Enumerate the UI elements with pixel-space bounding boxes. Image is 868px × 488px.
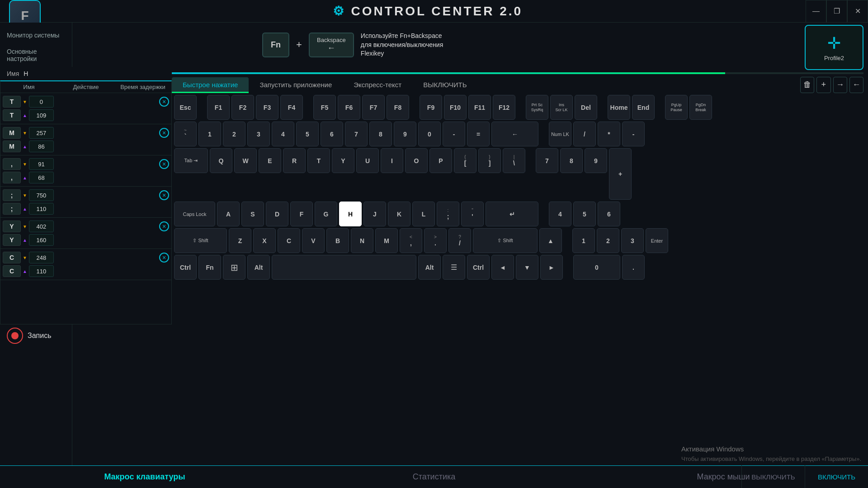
key-tab[interactable]: Tab ⇥ xyxy=(174,148,208,173)
add-button[interactable]: + xyxy=(816,77,830,93)
key-equals[interactable]: = xyxy=(467,122,490,146)
key-f5[interactable]: F5 xyxy=(313,95,336,120)
macro-delete-button[interactable]: × xyxy=(159,253,169,263)
key-win[interactable]: ⊞ xyxy=(223,255,245,280)
macro-delay-value[interactable]: 68 xyxy=(29,172,54,183)
key-0[interactable]: 0 xyxy=(418,122,441,146)
key-f12[interactable]: F12 xyxy=(493,95,515,120)
key-f3[interactable]: F3 xyxy=(256,95,278,120)
tab-disable[interactable]: ВЫКЛЮЧИТЬ xyxy=(412,77,477,92)
key-r[interactable]: R xyxy=(283,148,306,173)
key-q[interactable]: Q xyxy=(210,148,232,173)
macro-key[interactable]: Y xyxy=(3,234,21,246)
key-k[interactable]: K xyxy=(388,202,410,226)
key-x[interactable]: X xyxy=(253,228,276,253)
macro-delete-button[interactable]: × xyxy=(159,97,169,107)
key-f2[interactable]: F2 xyxy=(231,95,254,120)
key-u[interactable]: U xyxy=(356,148,379,173)
key-num-star[interactable]: * xyxy=(598,122,620,146)
key-h[interactable]: H xyxy=(339,202,362,226)
macro-delay-value[interactable]: 402 xyxy=(29,221,54,232)
key-num0[interactable]: 0 xyxy=(573,255,620,280)
key-num8[interactable]: 8 xyxy=(560,148,583,173)
key-f9[interactable]: F9 xyxy=(420,95,442,120)
key-up[interactable]: ▲ xyxy=(539,228,562,253)
key-5[interactable]: 5 xyxy=(296,122,319,146)
profile-box[interactable]: ✛ Profile2 xyxy=(805,25,863,70)
macro-key[interactable]: , xyxy=(3,172,21,183)
key-j[interactable]: J xyxy=(363,202,386,226)
macro-delete-button[interactable]: × xyxy=(159,221,169,231)
key-scrlk[interactable]: InsScr LK xyxy=(550,95,573,120)
export-button[interactable]: → xyxy=(833,77,847,93)
key-e[interactable]: E xyxy=(259,148,281,173)
key-m[interactable]: M xyxy=(375,228,398,253)
record-button[interactable]: Запись xyxy=(7,328,52,344)
macro-key[interactable]: C xyxy=(3,265,21,277)
key-period[interactable]: >. xyxy=(424,228,447,253)
key-4[interactable]: 4 xyxy=(272,122,294,146)
sidebar-item-monitor[interactable]: Монитор системы xyxy=(0,27,72,43)
key-backtick[interactable]: ~` xyxy=(174,122,197,146)
key-a[interactable]: A xyxy=(217,202,240,226)
key-i[interactable]: I xyxy=(381,148,403,173)
tab-launch-app[interactable]: Запустить приложение xyxy=(249,77,343,92)
key-p[interactable]: P xyxy=(429,148,452,173)
key-pgdn[interactable]: PgDnBreak xyxy=(689,95,712,120)
key-l[interactable]: L xyxy=(412,202,435,226)
minimize-button[interactable]: — xyxy=(806,0,826,23)
key-6[interactable]: 6 xyxy=(321,122,343,146)
key-rbracket[interactable]: }] xyxy=(478,148,501,173)
macro-delay-value[interactable]: 86 xyxy=(29,141,54,152)
key-lalt[interactable]: Alt xyxy=(247,255,270,280)
key-b[interactable]: B xyxy=(326,228,349,253)
key-f11[interactable]: F11 xyxy=(468,95,491,120)
macro-delay-value[interactable]: 750 xyxy=(29,189,54,201)
macro-delay-value[interactable]: 257 xyxy=(29,127,54,139)
key-enter[interactable]: ↵ xyxy=(486,202,538,226)
key-del[interactable]: Del xyxy=(575,95,597,120)
key-end[interactable]: End xyxy=(632,95,655,120)
key-f4[interactable]: F4 xyxy=(280,95,303,120)
macro-delay-value[interactable]: 160 xyxy=(29,234,54,246)
key-minus[interactable]: - xyxy=(443,122,465,146)
key-num-enter[interactable]: Enter xyxy=(646,228,668,253)
key-lshift[interactable]: ⇧ Shift xyxy=(174,228,227,253)
key-rshift[interactable]: ⇧ Shift xyxy=(473,228,538,253)
key-num5[interactable]: 5 xyxy=(573,202,596,226)
macro-delay-value[interactable]: 248 xyxy=(29,252,54,263)
key-esc[interactable]: Esc xyxy=(174,95,197,120)
macro-delay-value[interactable]: 110 xyxy=(29,265,54,277)
macro-delay-value[interactable]: 91 xyxy=(29,158,54,170)
macro-key[interactable]: T xyxy=(3,96,21,108)
key-num1[interactable]: 1 xyxy=(572,228,595,253)
key-lctrl[interactable]: Ctrl xyxy=(174,255,197,280)
key-rctrl[interactable]: Ctrl xyxy=(467,255,490,280)
key-c[interactable]: C xyxy=(278,228,300,253)
key-right[interactable]: ► xyxy=(540,255,563,280)
key-quote[interactable]: "' xyxy=(461,202,484,226)
key-semicolon[interactable]: :; xyxy=(437,202,459,226)
macro-delay-value[interactable]: 109 xyxy=(29,109,54,121)
key-prtsc[interactable]: Prt ScSysRq xyxy=(526,95,548,120)
toggle-disable[interactable]: ВЫКЛЮЧИТЬ xyxy=(741,465,805,488)
tab-quick-press[interactable]: Быстрое нажатие xyxy=(172,77,249,92)
key-backspace[interactable]: ← xyxy=(491,122,538,146)
key-num-slash[interactable]: / xyxy=(573,122,596,146)
macro-delay-value[interactable]: 0 xyxy=(29,96,54,108)
key-num7[interactable]: 7 xyxy=(536,148,558,173)
key-z[interactable]: Z xyxy=(229,228,251,253)
key-num-minus[interactable]: - xyxy=(622,122,645,146)
macro-key[interactable]: M xyxy=(3,127,21,139)
macro-delete-button[interactable]: × xyxy=(159,159,169,169)
key-f6[interactable]: F6 xyxy=(338,95,360,120)
macro-key[interactable]: , xyxy=(3,158,21,170)
key-y[interactable]: Y xyxy=(332,148,354,173)
key-w[interactable]: W xyxy=(234,148,257,173)
key-9[interactable]: 9 xyxy=(394,122,416,146)
key-2[interactable]: 2 xyxy=(223,122,245,146)
key-f10[interactable]: F10 xyxy=(444,95,467,120)
key-num9[interactable]: 9 xyxy=(585,148,607,173)
key-num6[interactable]: 6 xyxy=(598,202,620,226)
key-home[interactable]: Home xyxy=(608,95,630,120)
